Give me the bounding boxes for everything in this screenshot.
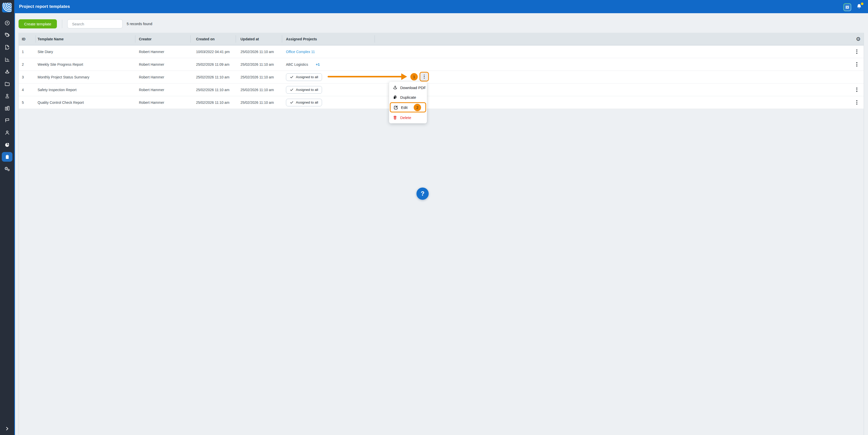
- menu-item-download-pdf[interactable]: Download PDF: [389, 83, 427, 92]
- sidebar-nav: ⚙⚙: [0, 17, 14, 175]
- sidebar-item-site-diary[interactable]: [0, 41, 14, 53]
- assigned-project-text: ABC Logistics: [286, 62, 308, 66]
- duplicate-icon: [392, 95, 398, 100]
- cell-id: 1: [19, 45, 36, 58]
- cell-created: 10/03/2022 04:41 pm: [190, 45, 236, 58]
- cell-template-name: Quality Control Check Report: [36, 96, 135, 109]
- sidebar-item-tags[interactable]: [0, 29, 14, 41]
- sidebar-item-flags[interactable]: [0, 114, 14, 126]
- edit-icon: [393, 105, 398, 110]
- pie-chart-icon: [4, 142, 10, 148]
- assigned-to-all-chip[interactable]: Assigned to all: [286, 86, 322, 94]
- table-header: ID Template Name Creator Created on Upda…: [19, 33, 434, 45]
- cell-id: 5: [19, 96, 36, 109]
- highlighted-kebab-button[interactable]: [420, 72, 429, 81]
- stamp-icon: [4, 93, 10, 99]
- col-header-creator[interactable]: Creator: [135, 33, 190, 45]
- check-icon: [290, 88, 293, 92]
- annotation-arrow-head: [401, 73, 407, 80]
- row-context-menu: Download PDF Duplicate Edit 2: [389, 82, 427, 123]
- cell-id: 4: [19, 83, 36, 96]
- cell-updated: 25/02/2026 11:10 am: [236, 58, 282, 71]
- table-row: 4 Safety Inspection Report Robert Hammer…: [19, 83, 434, 96]
- user-icon: [4, 130, 10, 136]
- sidebar: ⚙⚙: [0, 0, 15, 218]
- cell-updated: 25/02/2026 11:10 am: [236, 45, 282, 58]
- toolbar: Create template 5 records found: [19, 19, 152, 28]
- annotation-step-1-badge: 1: [410, 73, 418, 80]
- cell-created: 25/02/2026 11:09 am: [190, 58, 236, 71]
- assigned-to-all-chip[interactable]: Assigned to all: [286, 73, 322, 81]
- assigned-more-link[interactable]: +1: [316, 62, 320, 66]
- sidebar-item-settings[interactable]: ⚙⚙: [0, 163, 14, 175]
- sidebar-item-companies[interactable]: [0, 102, 14, 114]
- col-header-updated[interactable]: Updated at: [236, 33, 282, 45]
- assigned-project-link[interactable]: Office Complex 11: [286, 50, 315, 54]
- search-input[interactable]: [72, 22, 123, 26]
- sidebar-accent-rail: [14, 0, 15, 218]
- col-header-actions: ⚙: [375, 33, 434, 45]
- document-pen-icon: [4, 44, 10, 50]
- person-pin-icon: [4, 69, 10, 75]
- cell-created: 25/02/2026 11:10 am: [190, 83, 236, 96]
- sidebar-item-analytics[interactable]: [0, 139, 14, 151]
- topbar: Project report templates: [15, 0, 434, 13]
- trash-icon: [392, 115, 398, 120]
- cell-creator: Robert Hammer: [135, 45, 190, 58]
- download-icon: [392, 85, 398, 90]
- main-content: Create template 5 records found ID Templ…: [15, 13, 434, 218]
- help-button[interactable]: ?: [416, 188, 429, 200]
- col-header-assigned[interactable]: Assigned Projects: [282, 33, 375, 45]
- cell-created: 25/02/2026 11:10 am: [190, 96, 236, 109]
- sidebar-item-site-staff[interactable]: [0, 65, 14, 78]
- folder-icon: [4, 81, 10, 87]
- menu-item-duplicate[interactable]: Duplicate: [389, 92, 427, 102]
- row-actions-kebab-icon: [421, 72, 428, 81]
- sidebar-item-dashboard[interactable]: [0, 17, 14, 29]
- col-header-created[interactable]: Created on: [190, 33, 236, 45]
- tag-icon: [4, 32, 10, 38]
- records-count: 5 records found: [127, 22, 152, 26]
- table-row: 5 Quality Control Check Report Robert Ha…: [19, 96, 434, 109]
- bar-chart-icon: [4, 57, 10, 62]
- cell-created: 25/02/2026 11:10 am: [190, 71, 236, 83]
- page-title: Project report templates: [19, 0, 70, 13]
- check-icon: [290, 75, 293, 79]
- assigned-to-all-chip[interactable]: Assigned to all: [286, 99, 322, 106]
- gauge-icon: [4, 20, 10, 26]
- cell-updated: 25/02/2026 11:10 am: [236, 83, 282, 96]
- sidebar-item-approvals[interactable]: [0, 90, 14, 102]
- app-logo-icon[interactable]: [2, 3, 12, 12]
- col-header-id[interactable]: ID: [19, 33, 36, 45]
- sidebar-item-documents[interactable]: [0, 78, 14, 90]
- annotation-arrow: [328, 76, 402, 77]
- cell-template-name: Site Diary: [36, 45, 135, 58]
- sidebar-item-report-templates[interactable]: [0, 151, 14, 163]
- menu-item-edit[interactable]: Edit 2: [390, 102, 426, 112]
- menu-item-delete[interactable]: Delete: [389, 113, 427, 122]
- table-row: 1 Site Diary Robert Hammer 10/03/2022 04…: [19, 45, 434, 58]
- cell-creator: Robert Hammer: [135, 58, 190, 71]
- cell-template-name: Weekly Site Progress Report: [36, 58, 135, 71]
- cell-creator: Robert Hammer: [135, 83, 190, 96]
- cell-creator: Robert Hammer: [135, 71, 190, 83]
- clipboard-icon: [4, 154, 10, 160]
- annotation-step-2-badge: 2: [414, 104, 421, 111]
- cell-id: 3: [19, 71, 36, 83]
- gears-icon: ⚙⚙: [4, 166, 10, 172]
- cell-updated: 25/02/2026 11:10 am: [236, 96, 282, 109]
- toolbar-divider: [62, 20, 62, 28]
- create-template-button[interactable]: Create template: [19, 19, 57, 28]
- cell-id: 2: [19, 58, 36, 71]
- check-icon: [290, 101, 293, 104]
- cell-template-name: Monthly Project Status Summary: [36, 71, 135, 83]
- flag-icon: [4, 118, 10, 123]
- cell-template-name: Safety Inspection Report: [36, 83, 135, 96]
- search-box[interactable]: [67, 19, 123, 28]
- sidebar-item-users[interactable]: [0, 126, 14, 139]
- sidebar-item-statistics[interactable]: [0, 53, 14, 65]
- table-row: 2 Weekly Site Progress Report Robert Ham…: [19, 58, 434, 71]
- buildings-icon: [4, 105, 10, 111]
- table-panel: ID Template Name Creator Created on Upda…: [19, 33, 434, 218]
- col-header-name[interactable]: Template Name: [36, 33, 135, 45]
